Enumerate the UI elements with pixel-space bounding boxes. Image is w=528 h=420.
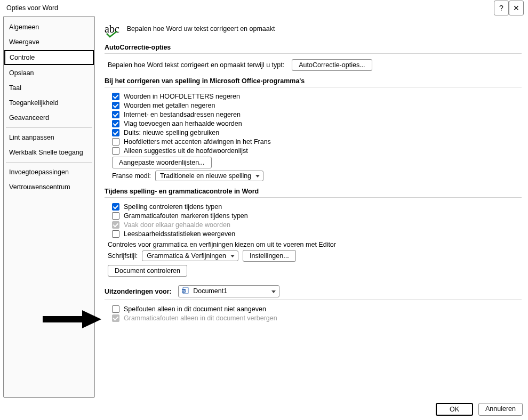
checkbox-hide-grammar	[112, 314, 119, 322]
label-french-caps: Hoofdletters met accenten afdwingen in h…	[124, 138, 271, 146]
title-bar: Opties voor Word ? ✕	[0, 0, 528, 16]
checkbox-uppercase[interactable]	[112, 93, 119, 100]
sidebar-item-taal[interactable]: Taal	[4, 80, 94, 95]
sidebar-item-lint-aanpassen[interactable]: Lint aanpassen	[4, 130, 94, 145]
sidebar-item-controle[interactable]: Controle	[4, 50, 94, 65]
sidebar-separator	[6, 162, 92, 163]
sidebar-separator	[6, 127, 92, 128]
cancel-button[interactable]: Annuleren	[478, 403, 523, 416]
checkbox-french-caps[interactable]	[112, 138, 119, 146]
sidebar-item-weergave[interactable]: Weergave	[4, 35, 94, 50]
section-spelling-office-title: Bij het corrigeren van spelling in Micro…	[105, 77, 522, 85]
proofing-icon: abc	[105, 23, 119, 34]
label-confused-words: Vaak door elkaar gehaalde woorden	[124, 221, 230, 229]
label-german: Duits: nieuwe spelling gebruiken	[124, 129, 219, 136]
checkbox-numbers[interactable]	[112, 102, 119, 109]
label-spell-typing: Spelling controleren tijdens typen	[124, 203, 222, 211]
settings-button[interactable]: Instellingen...	[243, 250, 296, 262]
divider	[105, 197, 522, 198]
checkbox-readability[interactable]	[112, 230, 119, 238]
sidebar-item-algemeen[interactable]: Algemeen	[4, 20, 94, 35]
editor-desc: Controles voor grammatica en verfijninge…	[108, 241, 336, 248]
window-title: Opties voor Word	[4, 4, 494, 12]
label-repeated: Vlag toevoegen aan herhaalde woorden	[124, 120, 242, 127]
french-modes-label: Franse modi:	[112, 172, 151, 180]
sidebar-item-opslaan[interactable]: Opslaan	[4, 66, 94, 80]
divider	[105, 87, 522, 87]
checkbox-internet[interactable]	[112, 111, 119, 118]
checkbox-hide-spelling[interactable]	[112, 305, 119, 313]
section-exceptions-title: Uitzonderingen voor:	[105, 288, 172, 295]
checkbox-confused-words	[112, 221, 119, 229]
checkbox-spell-typing[interactable]	[112, 203, 119, 211]
writing-style-select[interactable]: Grammatica & Verfijningen	[142, 251, 238, 261]
dialog-footer: OK Annuleren	[436, 403, 523, 416]
french-modes-select[interactable]: Traditionele en nieuwe spelling	[155, 171, 263, 181]
section-autocorrect-title: AutoCorrectie-opties	[105, 44, 522, 51]
close-button[interactable]: ✕	[509, 1, 524, 15]
label-hide-grammar: Grammaticafouten alleen in dit document …	[124, 314, 277, 322]
options-sidebar: Algemeen Weergave Controle Opslaan Taal …	[3, 16, 95, 398]
divider	[105, 53, 522, 54]
label-grammar-typing: Grammaticafouten markeren tijdens typen	[124, 212, 248, 220]
ok-button[interactable]: OK	[436, 403, 473, 416]
checkbox-repeated[interactable]	[112, 120, 119, 127]
sidebar-item-geavanceerd[interactable]: Geavanceerd	[4, 110, 94, 125]
label-internet: Internet- en bestandsadressen negeren	[124, 111, 241, 118]
autocorrect-desc: Bepalen hoe Word tekst corrigeert en opm…	[108, 61, 284, 69]
exceptions-document-select[interactable]: W Document1	[178, 285, 279, 297]
label-main-dict: Alleen suggesties uit de hoofdwoordenlij…	[124, 147, 248, 155]
label-numbers: Woorden met getallen negeren	[124, 102, 215, 109]
checkbox-german[interactable]	[112, 129, 119, 136]
content-pane: abc Bepalen hoe Word uw tekst corrigeert…	[105, 16, 525, 398]
divider	[105, 300, 522, 300]
label-readability: Leesbaarheidsstatistieken weergeven	[124, 230, 235, 238]
section-spelling-word-title: Tijdens spelling- en grammaticacontrole …	[105, 188, 522, 195]
checkbox-main-dict[interactable]	[112, 147, 119, 155]
sidebar-item-vertrouwenscentrum[interactable]: Vertrouwenscentrum	[4, 180, 94, 195]
help-button[interactable]: ?	[494, 1, 509, 15]
sidebar-item-invoegtoepassingen[interactable]: Invoegtoepassingen	[4, 165, 94, 180]
check-document-button[interactable]: Document controleren	[108, 265, 187, 277]
label-uppercase: Woorden in HOOFDLETTERS negeren	[124, 93, 240, 100]
checkbox-grammar-typing[interactable]	[112, 212, 119, 220]
document-icon: W	[182, 287, 189, 296]
writing-style-label: Schrijfstijl:	[108, 252, 138, 260]
intro-text: Bepalen hoe Word uw tekst corrigeert en …	[127, 25, 275, 33]
sidebar-item-werkbalk-snelle-toegang[interactable]: Werkbalk Snelle toegang	[4, 145, 94, 160]
custom-dictionaries-button[interactable]: Aangepaste woordenlijsten...	[112, 157, 212, 168]
intro: abc Bepalen hoe Word uw tekst corrigeert…	[105, 23, 522, 34]
autocorrect-options-button[interactable]: AutoCorrectie-opties...	[292, 59, 372, 71]
svg-text:W: W	[182, 289, 185, 293]
label-hide-spelling: Spelfouten alleen in dit document niet a…	[124, 305, 266, 313]
sidebar-item-toegankelijkheid[interactable]: Toegankelijkheid	[4, 95, 94, 110]
